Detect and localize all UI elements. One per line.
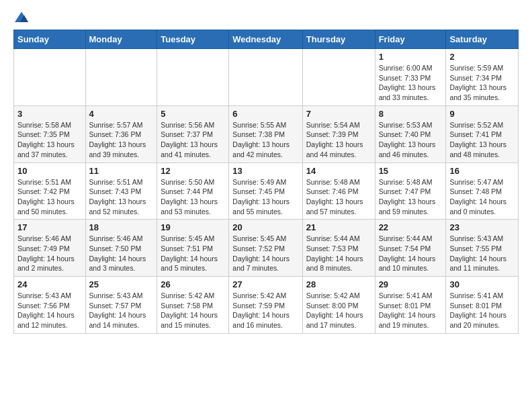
calendar-cell: 24Sunrise: 5:43 AM Sunset: 7:56 PM Dayli…	[14, 277, 86, 334]
calendar-week-row: 24Sunrise: 5:43 AM Sunset: 7:56 PM Dayli…	[14, 277, 519, 334]
day-info: Sunrise: 5:48 AM Sunset: 7:47 PM Dayligh…	[379, 177, 443, 217]
day-info: Sunrise: 5:43 AM Sunset: 7:56 PM Dayligh…	[17, 291, 82, 330]
day-info: Sunrise: 5:48 AM Sunset: 7:46 PM Dayligh…	[306, 177, 371, 217]
day-number: 8	[379, 109, 443, 119]
day-info: Sunrise: 5:53 AM Sunset: 7:40 PM Dayligh…	[379, 120, 443, 160]
day-info: Sunrise: 5:46 AM Sunset: 7:49 PM Dayligh…	[17, 234, 82, 273]
calendar-cell: 17Sunrise: 5:46 AM Sunset: 7:49 PM Dayli…	[14, 220, 86, 277]
day-info: Sunrise: 5:46 AM Sunset: 7:50 PM Dayligh…	[89, 234, 154, 273]
logo	[13, 11, 32, 24]
calendar-cell: 18Sunrise: 5:46 AM Sunset: 7:50 PM Dayli…	[85, 220, 157, 277]
calendar-cell	[157, 49, 229, 106]
weekday-header: Tuesday	[157, 30, 229, 49]
calendar-week-row: 3Sunrise: 5:58 AM Sunset: 7:35 PM Daylig…	[14, 105, 519, 163]
calendar-cell: 22Sunrise: 5:44 AM Sunset: 7:54 PM Dayli…	[375, 220, 446, 277]
day-number: 9	[449, 109, 515, 119]
calendar-cell: 6Sunrise: 5:55 AM Sunset: 7:38 PM Daylig…	[229, 105, 302, 163]
calendar-week-row: 1Sunrise: 6:00 AM Sunset: 7:33 PM Daylig…	[14, 49, 519, 106]
day-info: Sunrise: 5:58 AM Sunset: 7:35 PM Dayligh…	[17, 120, 82, 160]
day-number: 19	[161, 222, 225, 232]
weekday-header: Saturday	[446, 30, 519, 49]
calendar-cell: 25Sunrise: 5:43 AM Sunset: 7:57 PM Dayli…	[85, 277, 157, 334]
weekday-header: Wednesday	[229, 30, 302, 49]
calendar-cell: 11Sunrise: 5:51 AM Sunset: 7:43 PM Dayli…	[85, 163, 157, 220]
day-info: Sunrise: 6:00 AM Sunset: 7:33 PM Dayligh…	[379, 63, 443, 103]
calendar-cell: 19Sunrise: 5:45 AM Sunset: 7:51 PM Dayli…	[157, 220, 229, 277]
day-number: 18	[89, 222, 154, 232]
day-info: Sunrise: 5:43 AM Sunset: 7:57 PM Dayligh…	[89, 291, 154, 330]
day-number: 22	[379, 222, 443, 232]
calendar-week-row: 10Sunrise: 5:51 AM Sunset: 7:42 PM Dayli…	[14, 163, 519, 220]
calendar-cell: 7Sunrise: 5:54 AM Sunset: 7:39 PM Daylig…	[302, 105, 375, 163]
calendar-cell: 9Sunrise: 5:52 AM Sunset: 7:41 PM Daylig…	[446, 105, 519, 163]
day-number: 30	[449, 279, 515, 289]
calendar-table: SundayMondayTuesdayWednesdayThursdayFrid…	[13, 30, 519, 334]
day-info: Sunrise: 5:55 AM Sunset: 7:38 PM Dayligh…	[232, 120, 298, 160]
day-number: 11	[89, 166, 154, 176]
calendar-cell: 15Sunrise: 5:48 AM Sunset: 7:47 PM Dayli…	[375, 163, 446, 220]
day-info: Sunrise: 5:54 AM Sunset: 7:39 PM Dayligh…	[306, 120, 371, 160]
day-number: 4	[89, 109, 154, 119]
day-info: Sunrise: 5:51 AM Sunset: 7:42 PM Dayligh…	[17, 177, 82, 217]
calendar-cell: 4Sunrise: 5:57 AM Sunset: 7:36 PM Daylig…	[85, 105, 157, 163]
weekday-header-row: SundayMondayTuesdayWednesdayThursdayFrid…	[14, 30, 519, 49]
day-number: 20	[232, 222, 298, 232]
day-number: 10	[17, 166, 82, 176]
day-number: 23	[449, 222, 515, 232]
calendar-cell: 23Sunrise: 5:43 AM Sunset: 7:55 PM Dayli…	[446, 220, 519, 277]
day-number: 16	[449, 166, 515, 176]
calendar-week-row: 17Sunrise: 5:46 AM Sunset: 7:49 PM Dayli…	[14, 220, 519, 277]
calendar-cell: 16Sunrise: 5:47 AM Sunset: 7:48 PM Dayli…	[446, 163, 519, 220]
calendar-cell: 13Sunrise: 5:49 AM Sunset: 7:45 PM Dayli…	[229, 163, 302, 220]
calendar-cell: 5Sunrise: 5:56 AM Sunset: 7:37 PM Daylig…	[157, 105, 229, 163]
logo-icon	[13, 11, 30, 24]
day-number: 25	[89, 279, 154, 289]
day-number: 27	[232, 279, 298, 289]
day-info: Sunrise: 5:57 AM Sunset: 7:36 PM Dayligh…	[89, 120, 154, 160]
calendar-cell: 30Sunrise: 5:41 AM Sunset: 8:01 PM Dayli…	[446, 277, 519, 334]
day-info: Sunrise: 5:45 AM Sunset: 7:51 PM Dayligh…	[161, 234, 225, 273]
calendar-cell	[85, 49, 157, 106]
calendar-cell: 20Sunrise: 5:45 AM Sunset: 7:52 PM Dayli…	[229, 220, 302, 277]
calendar-cell: 21Sunrise: 5:44 AM Sunset: 7:53 PM Dayli…	[302, 220, 375, 277]
day-number: 26	[161, 279, 225, 289]
day-number: 17	[17, 222, 82, 232]
calendar-cell: 27Sunrise: 5:42 AM Sunset: 7:59 PM Dayli…	[229, 277, 302, 334]
calendar-cell	[14, 49, 86, 106]
weekday-header: Thursday	[302, 30, 375, 49]
page-header	[13, 11, 519, 24]
day-info: Sunrise: 5:42 AM Sunset: 7:59 PM Dayligh…	[232, 291, 298, 330]
day-info: Sunrise: 5:41 AM Sunset: 8:01 PM Dayligh…	[449, 291, 515, 330]
day-info: Sunrise: 5:50 AM Sunset: 7:44 PM Dayligh…	[161, 177, 225, 217]
day-number: 2	[449, 52, 515, 62]
calendar-cell: 29Sunrise: 5:41 AM Sunset: 8:01 PM Dayli…	[375, 277, 446, 334]
day-info: Sunrise: 5:59 AM Sunset: 7:34 PM Dayligh…	[449, 63, 515, 103]
calendar-cell: 26Sunrise: 5:42 AM Sunset: 7:58 PM Dayli…	[157, 277, 229, 334]
weekday-header: Monday	[85, 30, 157, 49]
day-info: Sunrise: 5:42 AM Sunset: 8:00 PM Dayligh…	[306, 291, 371, 330]
calendar-cell: 2Sunrise: 5:59 AM Sunset: 7:34 PM Daylig…	[446, 49, 519, 106]
calendar-cell: 14Sunrise: 5:48 AM Sunset: 7:46 PM Dayli…	[302, 163, 375, 220]
day-info: Sunrise: 5:45 AM Sunset: 7:52 PM Dayligh…	[232, 234, 298, 273]
calendar-cell: 8Sunrise: 5:53 AM Sunset: 7:40 PM Daylig…	[375, 105, 446, 163]
day-info: Sunrise: 5:51 AM Sunset: 7:43 PM Dayligh…	[89, 177, 154, 217]
day-number: 13	[232, 166, 298, 176]
day-number: 6	[232, 109, 298, 119]
day-number: 14	[306, 166, 371, 176]
calendar-cell: 28Sunrise: 5:42 AM Sunset: 8:00 PM Dayli…	[302, 277, 375, 334]
weekday-header: Friday	[375, 30, 446, 49]
day-info: Sunrise: 5:49 AM Sunset: 7:45 PM Dayligh…	[232, 177, 298, 217]
day-info: Sunrise: 5:47 AM Sunset: 7:48 PM Dayligh…	[449, 177, 515, 217]
day-number: 12	[161, 166, 225, 176]
day-number: 21	[306, 222, 371, 232]
day-number: 5	[161, 109, 225, 119]
day-number: 1	[379, 52, 443, 62]
day-info: Sunrise: 5:56 AM Sunset: 7:37 PM Dayligh…	[161, 120, 225, 160]
calendar-cell: 1Sunrise: 6:00 AM Sunset: 7:33 PM Daylig…	[375, 49, 446, 106]
day-info: Sunrise: 5:41 AM Sunset: 8:01 PM Dayligh…	[379, 291, 443, 330]
day-number: 28	[306, 279, 371, 289]
calendar-cell	[229, 49, 302, 106]
day-number: 15	[379, 166, 443, 176]
day-info: Sunrise: 5:44 AM Sunset: 7:53 PM Dayligh…	[306, 234, 371, 273]
day-info: Sunrise: 5:44 AM Sunset: 7:54 PM Dayligh…	[379, 234, 443, 273]
